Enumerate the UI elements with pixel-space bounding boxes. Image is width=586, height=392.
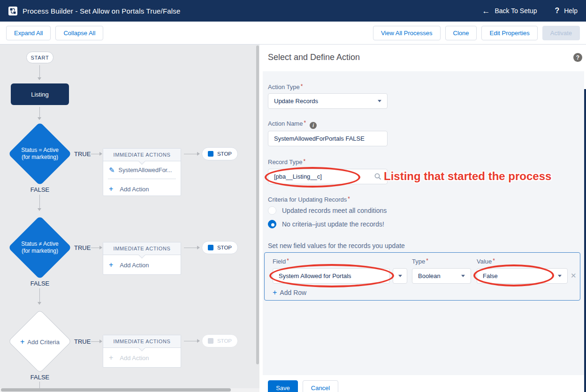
cancel-button[interactable]: Cancel [303, 380, 338, 392]
stop-square-icon [208, 245, 213, 250]
chevron-down-icon [398, 275, 402, 277]
plus-icon: + [109, 354, 113, 362]
connector-arrow [39, 288, 40, 302]
panel-help-icon[interactable]: ? [573, 53, 582, 62]
clone-button[interactable]: Clone [445, 26, 477, 40]
connector-arrow [91, 248, 99, 248]
process-builder-window: Process Builder - Set Allow on Portals T… [0, 0, 586, 392]
true-label: TRUE [74, 151, 91, 158]
help-icon: ? [555, 7, 559, 15]
chevron-down-icon [378, 100, 381, 102]
required-asterisk: * [287, 257, 289, 264]
activate-button[interactable]: Activate [542, 26, 580, 40]
edit-pencil-icon: ✎ [109, 166, 115, 174]
process-builder-icon [8, 7, 17, 15]
toolbar-right: View All Processes Clone Edit Properties… [373, 26, 580, 40]
field-dropdown-button[interactable] [393, 268, 407, 284]
back-to-setup-link[interactable]: ← Back To Setup [482, 7, 537, 15]
stop-node-2: STOP [202, 241, 238, 254]
start-node: START [26, 52, 53, 63]
edit-properties-button[interactable]: Edit Properties [481, 26, 537, 40]
required-asterisk: * [493, 257, 495, 264]
remove-row-icon[interactable]: ✕ [571, 271, 577, 280]
help-link[interactable]: ? Help [555, 7, 578, 15]
connector-arrow [184, 154, 197, 154]
panel-title: Select and Define Action [268, 53, 360, 62]
right-edge-strip [584, 89, 586, 392]
horizontal-scrollbar-thumb[interactable] [1, 388, 231, 392]
false-label: FALSE [28, 186, 52, 193]
record-type-input[interactable] [268, 169, 388, 184]
connector-arrow [184, 341, 197, 341]
value-select[interactable]: False [477, 268, 568, 284]
connector-arrow [39, 107, 40, 117]
add-action-link[interactable]: + Add Action [103, 179, 181, 199]
vertical-scrollbar-thumb[interactable] [256, 45, 259, 364]
plus-icon: + [273, 288, 277, 297]
connector-arrow [39, 195, 40, 208]
true-label: TRUE [74, 338, 91, 345]
required-asterisk: * [301, 83, 303, 90]
plus-icon: + [20, 338, 24, 346]
action-type-select[interactable]: Update Records [268, 93, 388, 109]
top-header: Process Builder - Set Allow on Portals T… [0, 0, 586, 22]
required-asterisk: * [426, 257, 428, 264]
type-column-label: Type* [412, 257, 428, 265]
radio-selected[interactable] [268, 220, 276, 228]
stop-square-icon [208, 151, 213, 157]
app-title: Process Builder - Set Allow on Portals T… [23, 7, 181, 15]
radio-unselected[interactable] [268, 206, 276, 215]
immediate-actions-box-1: IMMEDIATE ACTIONS ✎ SystemAllowedFor... … [103, 148, 181, 196]
field-values-row-box: Field* Type* Value* Boolean False [264, 252, 580, 301]
info-icon[interactable]: i [310, 122, 317, 129]
stop-node-1: STOP [202, 147, 238, 160]
action-panel: Select and Define Action ? Action Type* … [259, 45, 586, 392]
expand-all-button[interactable]: Expand All [6, 26, 51, 40]
plus-icon: + [109, 261, 113, 269]
false-label: FALSE [28, 280, 52, 287]
immediate-actions-box-2: IMMEDIATE ACTIONS + Add Action [103, 242, 181, 275]
action-item-label: SystemAllowedFor... [119, 167, 172, 173]
record-type-label: Record Type* [268, 158, 305, 166]
add-criteria-label[interactable]: +Add Criteria [5, 338, 75, 346]
add-row-link[interactable]: + Add Row [273, 288, 306, 297]
true-label: TRUE [74, 244, 91, 251]
set-field-values-heading: Set new field values for the records you… [268, 242, 405, 249]
criteria-option-all-conditions[interactable]: Updated records meet all conditions [268, 206, 387, 215]
trigger-node-listing[interactable]: Listing [11, 83, 69, 105]
value-column-label: Value* [477, 257, 495, 265]
action-name-input[interactable] [268, 131, 388, 146]
field-input[interactable] [273, 268, 390, 284]
chevron-down-icon [558, 275, 562, 277]
connector-arrow [91, 341, 99, 342]
immediate-actions-box-3: IMMEDIATE ACTIONS + Add Action [103, 335, 181, 368]
back-to-setup-label: Back To Setup [495, 7, 537, 15]
view-all-processes-button[interactable]: View All Processes [373, 26, 441, 40]
stop-square-icon [208, 338, 213, 344]
flow-canvas: START Listing Status = Active (for marke… [0, 45, 259, 392]
criteria-node-1[interactable] [8, 122, 72, 186]
connector-arrow [184, 248, 197, 248]
criteria-label: Criteria for Updating Records* [268, 196, 350, 203]
type-select[interactable]: Boolean [412, 268, 471, 284]
criteria-node-2[interactable] [8, 216, 72, 279]
back-arrow-icon: ← [482, 7, 490, 15]
plus-icon: + [109, 185, 113, 193]
criteria-option-no-criteria[interactable]: No criteria–just update the records! [268, 220, 384, 228]
top-header-links: ← Back To Setup ? Help [482, 7, 578, 15]
field-column-label: Field* [273, 257, 289, 265]
connector-arrow [39, 65, 40, 77]
chevron-down-icon [461, 275, 465, 277]
toolbar: Expand All Collapse All View All Process… [0, 22, 586, 45]
collapse-all-button[interactable]: Collapse All [55, 26, 103, 40]
required-asterisk: * [304, 120, 306, 126]
save-button[interactable]: Save [268, 380, 298, 392]
action-type-label: Action Type* [268, 83, 303, 90]
action-name-label: Action Name*i [268, 120, 317, 129]
action-form: Action Type* Update Records Action Name*… [263, 71, 584, 375]
stop-node-3-disabled: STOP [202, 334, 238, 347]
connector-arrow [91, 154, 99, 154]
help-label: Help [564, 7, 578, 15]
search-icon[interactable] [374, 173, 382, 181]
required-asterisk: * [303, 158, 305, 165]
